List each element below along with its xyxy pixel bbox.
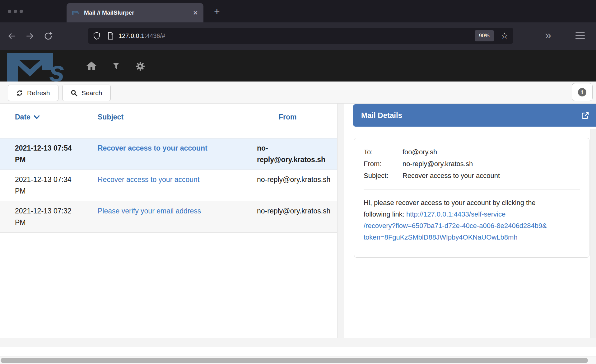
mail-from: no-reply@ory.kratos.sh [257, 205, 337, 228]
mailslurper-header: s [0, 50, 596, 82]
column-header-from[interactable]: From [279, 113, 297, 121]
refresh-label: Refresh [27, 89, 50, 97]
filter-icon[interactable] [113, 63, 119, 70]
mail-list-panel: Date Subject From 2021-12-13 07:54 PM Re… [0, 104, 337, 338]
mail-body: Hi, please recover access to your accoun… [364, 197, 580, 243]
mailslurper-logo: s [7, 52, 72, 82]
refresh-button[interactable]: Refresh [8, 85, 58, 101]
mail-date: 2021-12-13 07:34 PM [15, 174, 98, 197]
bottom-strip [0, 347, 596, 357]
zoom-level-badge[interactable]: 90% [475, 30, 494, 41]
mail-row[interactable]: 2021-12-13 07:32 PM Please verify your e… [0, 201, 337, 233]
mail-subject-link[interactable]: Recover access to your account [98, 175, 199, 184]
svg-text:s: s [77, 11, 79, 15]
horizontal-scrollbar-thumb[interactable] [1, 358, 588, 363]
toolbar-overflow-icon[interactable]: » [545, 29, 550, 42]
open-external-icon[interactable] [581, 111, 590, 120]
column-header-subject[interactable]: Subject [98, 113, 123, 121]
card-divider [364, 189, 580, 190]
to-label: To: [364, 146, 403, 158]
window-control-dot[interactable] [20, 10, 23, 13]
page-info-icon[interactable] [107, 32, 114, 40]
window-control-dot[interactable] [14, 10, 17, 13]
browser-tab[interactable]: s Mail // MailSlurper × [67, 3, 203, 22]
menu-icon[interactable] [575, 32, 585, 39]
panel-divider [337, 104, 344, 347]
browser-tab-bar: s Mail // MailSlurper × + [0, 0, 596, 22]
subject-value: Recover access to your account [403, 170, 580, 182]
forward-icon[interactable] [26, 31, 35, 41]
svg-text:s: s [49, 56, 65, 82]
mail-subject-link[interactable]: Recover access to your account [98, 144, 207, 152]
gear-icon[interactable] [136, 62, 145, 71]
subject-label: Subject: [364, 170, 403, 182]
refresh-icon [16, 89, 23, 97]
shield-icon[interactable] [93, 32, 100, 40]
window-control-dot[interactable] [8, 10, 11, 13]
new-tab-button[interactable]: + [214, 6, 220, 17]
browser-toolbar: 127.0.0.1:4436/# 90% ☆ » [0, 22, 596, 50]
mailslurper-favicon: s [72, 10, 80, 15]
mail-details-header: Mail Details [353, 104, 596, 127]
mail-date: 2021-12-13 07:32 PM [15, 205, 98, 228]
url-bar[interactable]: 127.0.0.1:4436/# 90% ☆ [88, 28, 513, 44]
search-icon [71, 90, 77, 96]
sort-descending-icon [34, 115, 40, 119]
right-edge-gutter [590, 129, 596, 347]
from-label: From: [364, 158, 403, 170]
home-icon[interactable] [86, 62, 96, 70]
mail-date: 2021-12-13 07:54 PM [15, 142, 98, 166]
bookmark-star-icon[interactable]: ☆ [501, 32, 508, 40]
horizontal-scrollbar[interactable] [0, 357, 596, 364]
bottom-strip [0, 338, 596, 347]
mail-row[interactable]: 2021-12-13 07:54 PM Recover access to yo… [0, 138, 337, 170]
column-header-date[interactable]: Date [15, 113, 40, 121]
reload-icon[interactable] [44, 31, 53, 41]
browser-window: s Mail // MailSlurper × + 127.0.0.1:4 [0, 0, 596, 364]
mail-details-panel: Mail Details To: foo@ory.sh From: no-rep… [344, 104, 596, 338]
mail-details-title: Mail Details [353, 104, 596, 127]
search-label: Search [81, 89, 102, 97]
info-icon: i [578, 88, 586, 96]
url-text: 127.0.0.1:4436/# [119, 32, 165, 40]
mail-row[interactable]: 2021-12-13 07:34 PM Recover access to yo… [0, 170, 337, 201]
back-icon[interactable] [7, 31, 16, 41]
from-value: no-reply@ory.kratos.sh [403, 158, 580, 170]
mail-rows: 2021-12-13 07:54 PM Recover access to yo… [0, 138, 337, 233]
mail-list-header-row: Date Subject From [0, 104, 337, 131]
info-button[interactable]: i [572, 83, 593, 101]
mail-from: no-reply@ory.kratos.sh [257, 142, 337, 166]
app-toolbar: Refresh Search i [0, 82, 596, 104]
tab-title: Mail // MailSlurper [84, 9, 191, 16]
to-value: foo@ory.sh [403, 146, 580, 158]
search-button[interactable]: Search [62, 85, 111, 101]
mail-details-card: To: foo@ory.sh From: no-reply@ory.kratos… [354, 138, 589, 258]
mail-subject-link[interactable]: Please verify your email address [98, 207, 201, 215]
mail-from: no-reply@ory.kratos.sh [257, 174, 337, 197]
tab-close-icon[interactable]: × [193, 9, 198, 17]
